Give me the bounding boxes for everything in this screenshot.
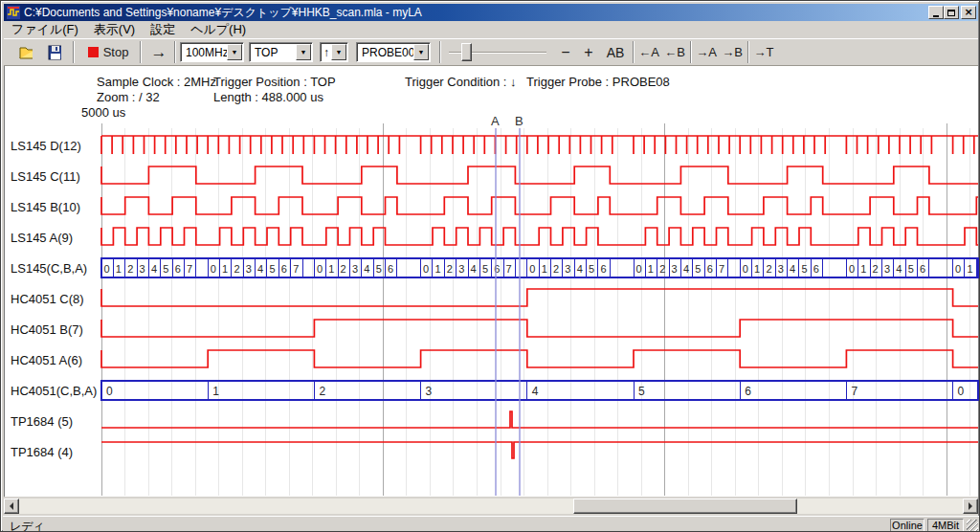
menu-help[interactable]: ヘルプ(H) — [183, 20, 254, 39]
goto-cursor-a-left-button[interactable]: ←A — [636, 40, 661, 64]
stop-button[interactable]: Stop — [80, 40, 136, 64]
app-window: C:¥Documents and Settings¥noname¥デスクトップ¥… — [0, 0, 980, 532]
zoom-info: Zoom : / 32 — [97, 90, 160, 104]
trigger-position-combobox[interactable]: TOP ▼ — [249, 42, 313, 62]
sample-clock-combobox[interactable]: 100MHz ▼ — [180, 42, 244, 62]
toolbar-separator — [174, 41, 176, 63]
chevron-down-icon[interactable]: ▼ — [413, 44, 429, 60]
scrollbar-thumb[interactable] — [573, 499, 797, 514]
ab-cursors-button[interactable]: AB — [602, 40, 629, 64]
status-bar: レディ Online 4MBit — [3, 516, 979, 532]
arrow-right-icon — [969, 502, 976, 510]
channel-label-hc4051-c: HC4051 C(8) — [11, 292, 84, 307]
zoom-out-button[interactable]: − — [556, 40, 575, 64]
chevron-down-icon[interactable]: ▼ — [227, 44, 242, 60]
trigger-edge-combobox[interactable]: ↑ ▼ — [320, 42, 348, 62]
trigger-probe-value: PROBE00 — [362, 46, 414, 59]
toolbar-separator — [73, 41, 75, 63]
trigger-condition-info: Trigger Condition : ↓ — [405, 75, 517, 89]
close-button[interactable]: × — [961, 6, 976, 19]
length-info: Length : 488.000 us — [213, 90, 323, 104]
horizontal-scrollbar[interactable] — [4, 499, 978, 514]
channel-label-ls145-c: LS145 C(11) — [11, 169, 80, 185]
status-ready: レディ — [10, 519, 45, 532]
menu-file[interactable]: ファイル(F) — [4, 20, 86, 39]
scroll-right-button[interactable] — [963, 499, 978, 514]
toolbar: Stop → 100MHz ▼ TOP ▼ ↑ ▼ PROBE00 ▼ − + … — [4, 38, 978, 66]
resize-grip[interactable] — [967, 520, 978, 531]
channel-label-ls145-bus: LS145(C,B,A) — [11, 261, 87, 277]
trigger-probe-combobox[interactable]: PROBE00 ▼ — [356, 42, 431, 62]
channel-label-hc4051-a: HC4051 A(6) — [11, 353, 82, 368]
sample-clock-value: 100MHz — [186, 46, 229, 59]
cursor-a-label: A — [491, 114, 500, 128]
chevron-down-icon[interactable]: ▼ — [296, 44, 311, 60]
status-online: Online — [890, 519, 924, 532]
save-button[interactable] — [42, 40, 67, 64]
toolbar-separator — [690, 41, 692, 63]
channel-label-tp1684-4: TP1684 (4) — [11, 445, 73, 460]
run-arrow-icon: → — [151, 43, 167, 62]
run-button[interactable]: → — [145, 40, 172, 64]
goto-cursor-b-left-button[interactable]: ←B — [662, 40, 687, 64]
waveform-client-area — [4, 66, 978, 497]
channel-label-tp1684-5: TP1684 (5) — [11, 414, 73, 430]
app-icon — [7, 6, 20, 19]
channel-label-hc4051-b: HC4051 B(7) — [11, 322, 83, 338]
zoom-slider-thumb[interactable] — [461, 43, 472, 61]
toolbar-separator — [633, 41, 635, 63]
open-folder-icon — [19, 45, 33, 60]
trigger-position-value: TOP — [255, 46, 278, 59]
goto-cursor-b-right-button[interactable]: →B — [720, 40, 745, 64]
open-file-button[interactable] — [13, 40, 38, 64]
chevron-down-icon[interactable]: ▼ — [331, 44, 346, 60]
toolbar-separator — [140, 41, 142, 63]
trigger-position-info: Trigger Position : TOP — [213, 75, 336, 89]
goto-cursor-a-right-button[interactable]: →A — [694, 40, 719, 64]
title-bar[interactable]: C:¥Documents and Settings¥noname¥デスクトップ¥… — [4, 4, 978, 21]
stop-label: Stop — [103, 45, 129, 59]
channel-label-ls145-a: LS145 A(9) — [11, 231, 73, 246]
menu-settings[interactable]: 設定 — [143, 20, 183, 39]
floppy-icon — [48, 45, 61, 60]
menu-view[interactable]: 表示(V) — [86, 20, 143, 39]
timebase-label: 5000 us — [81, 105, 125, 120]
channel-label-ls145-b: LS145 B(10) — [11, 200, 80, 215]
zoom-in-button[interactable]: + — [579, 40, 598, 64]
trigger-probe-info: Trigger Probe : PROBE08 — [526, 75, 670, 89]
toolbar-separator — [439, 41, 441, 63]
window-title: C:¥Documents and Settings¥noname¥デスクトップ¥… — [24, 5, 422, 21]
arrow-left-icon — [6, 502, 13, 510]
scroll-left-button[interactable] — [4, 499, 19, 514]
status-memory: 4MBit — [927, 519, 964, 532]
trigger-edge-value: ↑ — [323, 46, 329, 59]
cursor-b-label: B — [515, 114, 523, 128]
toolbar-separator — [747, 41, 749, 63]
sample-clock-info: Sample Clock : 2MHz — [97, 75, 216, 89]
maximize-button[interactable] — [944, 6, 959, 19]
menu-bar: ファイル(F) 表示(V) 設定 ヘルプ(H) — [4, 21, 978, 38]
minimize-button[interactable] — [928, 6, 944, 19]
stop-icon — [88, 47, 99, 57]
channel-label-ls145-d: LS145 D(12) — [11, 139, 81, 154]
channel-label-hc4051-bus: HC4051(C,B,A) — [11, 384, 97, 399]
goto-trigger-button[interactable]: →T — [751, 40, 776, 64]
